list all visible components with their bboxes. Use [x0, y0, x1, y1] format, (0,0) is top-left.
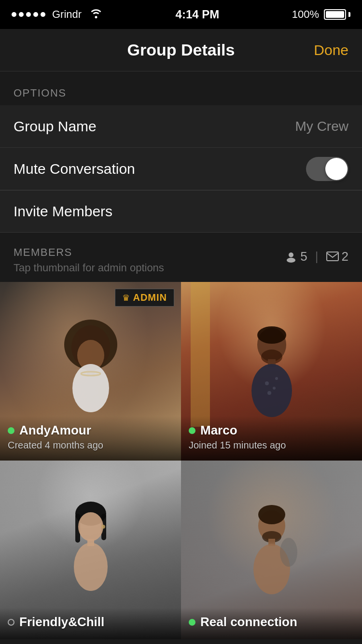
svg-point-0: [289, 252, 293, 257]
member-card-real[interactable]: Real connection: [181, 461, 362, 639]
svg-rect-2: [327, 252, 338, 261]
svg-point-23: [74, 543, 108, 591]
offline-indicator-friendly: [8, 619, 14, 626]
member-name-real: Real connection: [200, 615, 297, 630]
member-card-friendly[interactable]: Friendly&Chill: [0, 461, 181, 639]
member-joined-marco: Joined 15 minutes ago: [189, 440, 354, 451]
online-indicator: [8, 427, 14, 434]
svg-point-1: [287, 258, 295, 263]
mute-conversation-row[interactable]: Mute Conversation: [0, 148, 362, 190]
members-subtitle: Tap thumbnail for admin options: [14, 262, 164, 274]
member-name-marco: Marco: [200, 423, 237, 438]
invite-members-row[interactable]: Invite Members: [0, 190, 362, 233]
battery-percent: 100%: [292, 8, 319, 21]
group-name-row[interactable]: Group Name My Crew: [0, 105, 362, 148]
member-info-real: Real connection: [181, 608, 362, 639]
invite-label: Invite Members: [14, 203, 112, 220]
svg-point-14: [265, 381, 269, 385]
mute-label: Mute Conversation: [14, 161, 135, 177]
svg-point-17: [275, 377, 278, 380]
members-title: MEMBERS: [14, 246, 164, 259]
member-card-andyamour[interactable]: ♛ ADMIN AndyAmour Created 4 months ago: [0, 282, 181, 461]
svg-point-13: [251, 364, 292, 417]
battery-bar: [324, 9, 346, 20]
member-info-marco: Marco Joined 15 minutes ago: [181, 416, 362, 461]
battery-icon: [324, 9, 350, 20]
signal-dot-3: [26, 12, 31, 17]
andy-figure: [52, 316, 129, 432]
member-info-andyamour: AndyAmour Created 4 months ago: [0, 416, 181, 461]
svg-point-16: [267, 391, 271, 395]
done-button[interactable]: Done: [314, 42, 348, 58]
members-section-header: MEMBERS Tap thumbnail for admin options …: [0, 233, 362, 282]
person-icon: [285, 251, 297, 263]
status-time: 4:14 PM: [176, 8, 220, 21]
envelope-icon: [326, 252, 339, 262]
toggle-knob: [325, 158, 348, 180]
message-count: 2: [342, 249, 348, 264]
battery-tip: [348, 12, 350, 17]
online-indicator-marco: [189, 427, 195, 434]
member-card-marco[interactable]: Marco Joined 15 minutes ago: [181, 282, 362, 461]
svg-point-30: [280, 538, 297, 567]
real-figure: [233, 494, 310, 615]
mute-toggle[interactable]: [306, 157, 348, 181]
status-bar: Grindr 4:14 PM 100%: [0, 0, 362, 29]
signal-dots: [12, 12, 45, 17]
online-indicator-real: [189, 619, 195, 626]
members-counts: 5 | 2: [285, 249, 348, 264]
carrier-label: Grindr: [52, 8, 82, 21]
svg-point-15: [273, 387, 276, 390]
member-count-item: 5: [285, 249, 307, 264]
signal-dot-5: [41, 12, 45, 17]
signal-dot-1: [12, 12, 16, 17]
member-joined-andyamour: Created 4 months ago: [8, 440, 173, 451]
svg-point-21: [78, 512, 103, 541]
svg-point-10: [257, 326, 286, 344]
count-divider: |: [315, 249, 319, 264]
member-count: 5: [300, 249, 307, 264]
status-right: 100%: [292, 8, 350, 21]
member-name-andyamour: AndyAmour: [19, 423, 91, 438]
wifi-icon: [89, 8, 103, 21]
svg-point-26: [258, 505, 285, 524]
members-info: MEMBERS Tap thumbnail for admin options: [14, 246, 164, 274]
admin-text: ADMIN: [133, 292, 167, 303]
group-name-label: Group Name: [14, 118, 97, 135]
group-name-value: My Crew: [295, 119, 348, 134]
crown-icon: ♛: [122, 293, 130, 303]
member-info-friendly: Friendly&Chill: [0, 608, 181, 639]
signal-dot-2: [19, 12, 24, 17]
nav-title: Group Details: [127, 41, 235, 59]
options-section-label: OPTIONS: [0, 71, 362, 105]
nav-bar: Group Details Done: [0, 29, 362, 71]
message-count-item: 2: [326, 249, 348, 264]
status-left: Grindr: [12, 8, 103, 21]
signal-dot-4: [33, 12, 38, 17]
svg-point-24: [101, 525, 105, 529]
battery-fill: [326, 11, 344, 18]
admin-badge: ♛ ADMIN: [115, 289, 174, 307]
friendly-figure: [52, 492, 129, 613]
member-name-friendly: Friendly&Chill: [19, 615, 104, 630]
member-grid: ♛ ADMIN AndyAmour Created 4 months ago: [0, 282, 362, 639]
